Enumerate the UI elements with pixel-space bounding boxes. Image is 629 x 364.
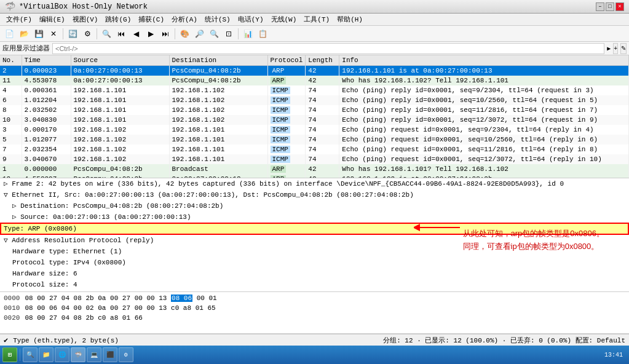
toolbar-go-next[interactable]: ▶ [144, 27, 157, 41]
table-row[interactable]: 10.000000PcsCompu_04:08:2bBroadcastARP42… [0, 164, 629, 174]
type-line[interactable]: Type: ARP (0x0806) [0, 223, 629, 235]
toolbar-zoom-out[interactable]: 🔍 [207, 27, 221, 41]
taskbar-code[interactable]: 💻 [87, 347, 101, 362]
protocol-badge: ICMP [271, 156, 290, 163]
toolbar-zoom-in[interactable]: 🔎 [192, 27, 206, 41]
taskbar-settings[interactable]: ⚙ [119, 347, 133, 362]
toolbar-extra-1[interactable]: 📊 [241, 27, 255, 41]
menu-item-s[interactable]: 统计(S) [201, 14, 234, 25]
table-cell: 4 [0, 85, 22, 95]
table-cell: 0a:00:27:00:00:13 [71, 66, 169, 76]
table-row[interactable]: 103.040830192.168.1.101192.168.1.102ICMP… [0, 115, 629, 125]
table-cell: 9 [0, 154, 22, 164]
menu-item-a[interactable]: 分析(A) [168, 14, 201, 25]
toolbar-save[interactable]: 💾 [32, 27, 45, 41]
col-info[interactable]: Info [339, 55, 629, 66]
toolbar-colorize[interactable]: 🎨 [178, 27, 191, 41]
menu-item-e[interactable]: 编辑(E) [36, 14, 69, 25]
type-text: Type: ARP (0x0806) [4, 225, 77, 232]
ethernet-line: ▽ Ethernet II, Src: 0a:00:27:00:00:13 (0… [0, 189, 629, 200]
menu-item-h[interactable]: 帮助(H) [333, 14, 366, 25]
packet-list[interactable]: No. Time Source Destination Protocol Len… [0, 55, 629, 178]
ethernet-expand[interactable]: ▽ [4, 191, 8, 199]
source-expand[interactable]: ▷ [12, 213, 17, 221]
toolbar-go-first[interactable]: ⏮ [114, 27, 128, 41]
packet-detail[interactable]: ▷ Frame 2: 42 bytes on wire (336 bits), … [0, 178, 629, 292]
table-cell: 0.000361 [22, 85, 71, 95]
toolbar-go-prev[interactable]: ◀ [129, 27, 143, 41]
col-no[interactable]: No. [0, 55, 22, 66]
col-source[interactable]: Source [71, 55, 169, 66]
toolbar-capture-options[interactable]: ⚙ [81, 27, 94, 41]
dest-expand[interactable]: ▷ [12, 202, 17, 210]
taskbar-terminal[interactable]: ⬛ [103, 347, 117, 362]
toolbar-reload[interactable]: 🔄 [66, 27, 79, 41]
menu-item-t[interactable]: 工具(T) [300, 14, 333, 25]
toolbar-extra-2[interactable]: 📋 [256, 27, 269, 41]
menu-item-y[interactable]: 电话(Y) [234, 14, 267, 25]
arp-text: Address Resolution Protocol (reply) [12, 237, 154, 244]
minimize-button[interactable]: – [596, 2, 604, 11]
table-cell: ICMP [267, 105, 306, 115]
start-button[interactable]: ⊞ [2, 347, 17, 362]
table-cell: 192.168.1.101 [169, 154, 267, 164]
table-cell: 8 [0, 105, 22, 115]
table-row[interactable]: 30.000170192.168.1.102192.168.1.101ICMP7… [0, 125, 629, 135]
filter-plus-button[interactable]: + [613, 43, 618, 54]
table-row[interactable]: 51.012077192.168.1.102192.168.1.101ICMP7… [0, 135, 629, 144]
table-cell: PcsCompu_04:08:2b [169, 76, 267, 85]
hw-type-text: Hardware type: Ethernet (1) [12, 248, 122, 255]
menu-item-w[interactable]: 无线(W) [267, 14, 301, 25]
table-cell: 192.168.1.101 [169, 125, 267, 135]
table-row[interactable]: 114.5530780a:00:27:00:00:13PcsCompu_04:0… [0, 76, 629, 85]
table-cell: 4.553297 [22, 174, 71, 179]
table-cell: 42 [306, 164, 339, 174]
table-row[interactable]: 20.0000230a:00:27:00:00:13PcsCompu_04:08… [0, 66, 629, 76]
table-row[interactable]: 93.040670192.168.1.102192.168.1.101ICMP7… [0, 154, 629, 164]
table-cell: 42 [306, 174, 339, 179]
table-row[interactable]: 61.012204192.168.1.101192.168.1.102ICMP7… [0, 95, 629, 105]
menu-item-v[interactable]: 视图(V) [69, 14, 102, 25]
taskbar: ⊞ 🔍 📁 🌐 🦈 💻 ⬛ ⚙ 13:41 [0, 346, 629, 364]
toolbar-find[interactable]: 🔍 [100, 27, 113, 41]
filter-input[interactable] [52, 43, 604, 54]
toolbar-new[interactable]: 📄 [2, 27, 16, 41]
toolbar-close[interactable]: ✕ [47, 27, 60, 41]
close-button[interactable]: × [615, 2, 624, 11]
menu-item-g[interactable]: 跳转(G) [101, 14, 135, 25]
table-cell: 192.168.1.101 [71, 115, 169, 125]
menu-item-f[interactable]: 文件(F) [2, 14, 36, 25]
taskbar-files[interactable]: 📁 [39, 347, 53, 362]
table-cell: 192.168.1.102 [71, 154, 169, 164]
taskbar-wireshark[interactable]: 🦈 [71, 347, 85, 362]
taskbar-browser[interactable]: 🌐 [55, 347, 69, 362]
col-proto[interactable]: Protocol [267, 55, 306, 66]
toolbar-zoom-normal[interactable]: ⊡ [222, 27, 235, 41]
toolbar-go-last[interactable]: ⏭ [159, 27, 172, 41]
hex-addr: 0010 [4, 304, 20, 312]
filter-edit-button[interactable]: ✎ [620, 43, 627, 54]
menu-item-c[interactable]: 捕获(C) [135, 14, 168, 25]
table-row[interactable]: 124.553297PcsCompu_04:08:2b0a:00:27:00:0… [0, 174, 629, 179]
table-cell: 192.168.1.102 [169, 105, 267, 115]
col-len[interactable]: Length [306, 55, 339, 66]
toolbar-separator-4 [238, 28, 239, 39]
table-cell: 74 [306, 144, 339, 154]
table-row[interactable]: 82.032502192.168.1.101192.168.1.102ICMP7… [0, 105, 629, 115]
col-dest[interactable]: Destination [169, 55, 267, 66]
table-cell: Echo (ping) reply id=0x0001, seq=10/2560… [339, 95, 629, 105]
table-row[interactable]: 40.000361192.168.1.101192.168.1.102ICMP7… [0, 85, 629, 95]
toolbar: 📄 📂 💾 ✕ 🔄 ⚙ 🔍 ⏮ ◀ ▶ ⏭ 🎨 🔎 🔍 ⊡ 📊 📋 [0, 26, 629, 42]
col-time[interactable]: Time [22, 55, 71, 66]
maximize-button[interactable]: □ [606, 2, 614, 11]
toolbar-open[interactable]: 📂 [17, 27, 31, 41]
arp-expand[interactable]: ▽ [4, 237, 8, 244]
taskbar-search[interactable]: 🔍 [23, 347, 38, 362]
table-cell: 192.168.1.102 [71, 144, 169, 154]
table-cell: 1.012204 [22, 95, 71, 105]
status-left-text: Type (eth.type), 2 byte(s) [13, 337, 378, 344]
table-row[interactable]: 72.032354192.168.1.102192.168.1.101ICMP7… [0, 144, 629, 154]
table-cell: Who has 192.168.1.101? Tell 192.168.1.10… [339, 164, 629, 174]
table-cell: Echo (ping) request id=0x0001, seq=10/25… [339, 135, 629, 144]
frame-expand[interactable]: ▷ [4, 180, 8, 188]
